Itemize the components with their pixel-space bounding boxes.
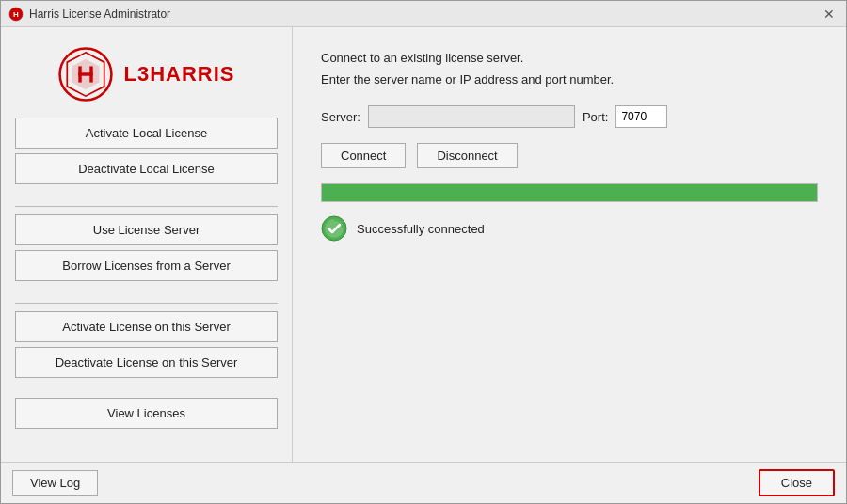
window-close-button[interactable]: ✕ [820,5,839,24]
svg-rect-7 [79,72,93,75]
server-input[interactable] [368,105,575,128]
port-input[interactable] [615,105,667,128]
view-licenses-group: View Licenses [15,398,278,433]
bottom-bar: View Log Close [1,462,846,503]
status-row: Successfully connected [321,215,818,242]
right-panel: Connect to an existing license server. E… [293,27,846,462]
title-bar: H Harris License Administrator ✕ [1,1,846,27]
view-log-button[interactable]: View Log [12,470,98,496]
left-panel: L3HARRIS Activate Local License Deactiva… [1,27,293,462]
server-manage-buttons: Activate License on this Server Deactiva… [15,311,278,383]
local-license-buttons: Activate Local License Deactivate Local … [15,118,278,189]
progress-bar-fill [322,184,817,201]
app-icon: H [8,7,24,22]
server-license-buttons: Use License Server Borrow Licenses from … [15,214,278,286]
logo-area: L3HARRIS [15,46,278,118]
close-button[interactable]: Close [759,469,835,496]
connect-button[interactable]: Connect [321,143,406,168]
l3harris-logo-icon [57,46,114,102]
progress-bar-container [321,183,818,202]
success-icon [321,215,347,242]
main-content: L3HARRIS Activate Local License Deactiva… [1,27,846,462]
activate-server-button[interactable]: Activate License on this Server [15,311,278,342]
right-panel-subtitle: Enter the server name or IP address and … [321,72,818,87]
right-panel-title: Connect to an existing license server. [321,51,818,65]
view-licenses-button[interactable]: View Licenses [15,398,278,429]
window-title: Harris License Administrator [29,8,170,21]
activate-local-button[interactable]: Activate Local License [15,118,278,149]
server-label: Server: [321,110,360,124]
disconnect-button[interactable]: Disconnect [417,143,517,168]
use-license-server-button[interactable]: Use License Server [15,214,278,245]
deactivate-server-button[interactable]: Deactivate License on this Server [15,347,278,378]
port-label: Port: [583,110,608,124]
logo-text: L3HARRIS [123,62,234,87]
svg-text:H: H [13,10,19,19]
status-text: Successfully connected [357,222,485,236]
separator-2 [15,303,278,304]
server-input-row: Server: Port: [321,105,818,128]
connect-buttons-row: Connect Disconnect [321,143,818,168]
separator-1 [15,206,278,207]
main-window: H Harris License Administrator ✕ [0,0,847,504]
deactivate-local-button[interactable]: Deactivate Local License [15,153,278,184]
borrow-server-button[interactable]: Borrow Licenses from a Server [15,250,278,281]
